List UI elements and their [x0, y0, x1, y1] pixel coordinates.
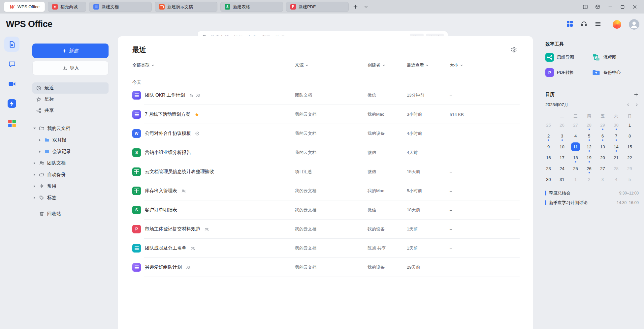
- close-icon[interactable]: [632, 4, 637, 10]
- day-cell[interactable]: 6: [596, 131, 609, 141]
- caret-icon[interactable]: [32, 161, 37, 165]
- day-cell[interactable]: 12: [582, 141, 596, 152]
- window-tab-sheet[interactable]: 新建表格: [220, 2, 283, 12]
- sidebar-tree-cloud-folder[interactable]: 我的云文档: [32, 123, 109, 134]
- sidebar-tree-folder[interactable]: 会议记录: [32, 146, 109, 157]
- new-tab-plus-icon[interactable]: [351, 3, 360, 11]
- calendar-prev-icon[interactable]: [626, 103, 630, 107]
- day-cell[interactable]: 1: [623, 120, 636, 131]
- gear-icon[interactable]: [511, 46, 517, 54]
- file-row[interactable]: 客户订单明细表 我的云文档 微信 18天前 –: [118, 200, 533, 220]
- day-cell[interactable]: 16: [542, 152, 555, 163]
- day-cell[interactable]: 8: [623, 131, 636, 141]
- maximize-icon[interactable]: [620, 5, 625, 9]
- window-tab-wps[interactable]: WPS Office: [4, 2, 45, 12]
- day-cell[interactable]: 26: [555, 120, 569, 131]
- day-cell[interactable]: 25: [569, 163, 582, 174]
- day-cell[interactable]: 3: [555, 131, 569, 141]
- caret-icon[interactable]: [38, 149, 42, 154]
- day-cell[interactable]: 4: [569, 131, 582, 141]
- add-event-icon[interactable]: [633, 92, 639, 97]
- user-avatar[interactable]: [629, 19, 639, 30]
- file-row[interactable]: 公司对外合作协议模板 我的云文档 我的设备 4小时前 –: [118, 124, 533, 143]
- file-row[interactable]: 营销小组业绩分析报告 我的云文档 微信 4天前 –: [118, 143, 533, 162]
- rail-item-documents[interactable]: [4, 37, 19, 52]
- toggle-panel-icon[interactable]: [583, 4, 588, 10]
- sidebar-item-trash[interactable]: 回收站: [32, 208, 109, 220]
- day-cell[interactable]: 26: [582, 163, 596, 174]
- calendar-event[interactable]: 新季度学习计划讨论 14:30–16:00: [545, 198, 639, 207]
- filter-dropdown-2[interactable]: 创建者: [368, 62, 407, 68]
- file-row[interactable]: 团队成员及分工名单 我的云文档 陈旭 共享 1天前 –: [118, 239, 533, 258]
- workspace-box-icon[interactable]: [595, 4, 600, 10]
- file-row[interactable]: 市场主体登记提交材料规范 我的云文档 我的设备 1天前 –: [118, 220, 533, 239]
- tool-pdf-convert[interactable]: P PDF转换: [545, 68, 592, 77]
- day-cell[interactable]: 9: [542, 141, 555, 152]
- sidebar-item-share[interactable]: 共享: [32, 105, 109, 116]
- day-cell[interactable]: 29: [623, 163, 636, 174]
- sidebar-tree-team[interactable]: 团队文档: [32, 157, 109, 169]
- day-cell[interactable]: 20: [596, 152, 609, 163]
- filter-dropdown-4[interactable]: 大小: [450, 62, 518, 68]
- day-cell[interactable]: 21: [609, 152, 623, 163]
- sidebar-tree-folder[interactable]: 双月报: [32, 134, 109, 146]
- day-cell[interactable]: 7: [609, 131, 623, 141]
- tool-flowchart[interactable]: 流程图: [592, 52, 638, 62]
- file-row[interactable]: 7 月线下活动策划方案 我的云文档 我的Mac 3小时前 514 KB: [118, 105, 533, 124]
- wps-365-logo-icon[interactable]: [613, 20, 621, 29]
- day-cell[interactable]: 2: [582, 174, 596, 185]
- calendar-next-icon[interactable]: [635, 103, 639, 107]
- day-cell[interactable]: 31: [555, 174, 569, 185]
- day-cell[interactable]: 28: [609, 163, 623, 174]
- caret-icon[interactable]: [32, 172, 37, 177]
- day-cell[interactable]: 28: [582, 120, 596, 131]
- day-cell[interactable]: 27: [596, 163, 609, 174]
- day-cell[interactable]: 4: [609, 174, 623, 185]
- day-cell[interactable]: 30: [609, 120, 623, 131]
- day-cell[interactable]: 1: [569, 174, 582, 185]
- file-row[interactable]: 兴趣爱好组队计划 我的云文档 我的设备 29天前 –: [118, 258, 533, 277]
- rail-item-meetings[interactable]: [4, 76, 19, 91]
- day-cell[interactable]: 30: [542, 174, 555, 185]
- window-tab-writer[interactable]: 新建文档: [89, 2, 152, 12]
- day-cell-selected[interactable]: 11: [569, 141, 582, 152]
- day-cell[interactable]: 29: [596, 120, 609, 131]
- sidebar-tree-tag[interactable]: 标签: [32, 192, 109, 203]
- day-cell[interactable]: 25: [542, 120, 555, 131]
- menu-icon[interactable]: [595, 21, 601, 28]
- file-row[interactable]: 库存出入管理表 我的云文档 我的Mac 5小时前 –: [118, 181, 533, 200]
- sidebar-item-clock[interactable]: 最近: [32, 82, 109, 94]
- caret-icon[interactable]: [32, 195, 37, 200]
- day-cell[interactable]: 24: [555, 163, 569, 174]
- tool-backup-center[interactable]: 备份中心: [592, 68, 638, 77]
- tool-mindmap[interactable]: 思维导图: [545, 52, 592, 62]
- sidebar-tree-frequent[interactable]: 常用: [32, 180, 109, 192]
- day-cell[interactable]: 23: [542, 163, 555, 174]
- import-button[interactable]: 导入: [32, 61, 109, 75]
- window-tab-docer[interactable]: 稻壳商城: [48, 2, 86, 12]
- filter-dropdown-0[interactable]: 全部类型: [132, 62, 295, 68]
- day-cell[interactable]: 27: [569, 120, 582, 131]
- calendar-event[interactable]: 季度总结会 9:30–11:00: [545, 188, 639, 198]
- day-cell[interactable]: 10: [555, 141, 569, 152]
- window-tab-slides[interactable]: 新建演示文稿: [155, 2, 217, 12]
- caret-icon[interactable]: [38, 138, 42, 142]
- window-tab-pdf[interactable]: 新建PDF: [286, 2, 349, 12]
- sidebar-tree-backup[interactable]: 自动备份: [32, 169, 109, 180]
- filter-dropdown-3[interactable]: 最近查看: [407, 62, 450, 68]
- sidebar-item-star[interactable]: 星标: [32, 94, 109, 105]
- day-cell[interactable]: 13: [596, 141, 609, 152]
- tab-list-chevron-icon[interactable]: [362, 3, 370, 11]
- file-row[interactable]: 团队 OKR 工作计划 团队文档 微信 13分钟前 –: [118, 86, 533, 105]
- support-headset-icon[interactable]: [581, 20, 587, 28]
- caret-icon[interactable]: [32, 126, 37, 131]
- day-cell[interactable]: 2: [542, 131, 555, 141]
- day-cell[interactable]: 3: [596, 174, 609, 185]
- new-document-button[interactable]: 新建: [32, 44, 109, 58]
- rail-item-office-suite[interactable]: [4, 116, 19, 131]
- day-cell[interactable]: 5: [582, 131, 596, 141]
- apps-grid-icon[interactable]: [566, 20, 573, 28]
- minimize-icon[interactable]: [608, 4, 613, 10]
- day-cell[interactable]: 15: [623, 141, 636, 152]
- rail-item-apps[interactable]: [4, 96, 19, 111]
